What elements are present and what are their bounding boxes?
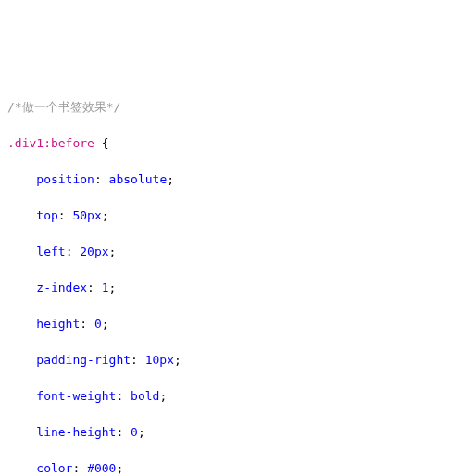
- decl-height: height: 0;: [7, 315, 467, 333]
- decl-padding-right: padding-right: 10px;: [7, 351, 467, 370]
- comment-line: /*做一个书签效果*/: [7, 98, 467, 117]
- decl-top: top: 50px;: [7, 207, 467, 225]
- decl-position: position: absolute;: [7, 170, 467, 189]
- decl-z-index: z-index: 1;: [7, 279, 467, 297]
- brace-open: {: [94, 136, 109, 150]
- decl-color: color: #000;: [7, 459, 467, 477]
- selector-line: .div1:before {: [7, 134, 467, 153]
- decl-line-height: line-height: 0;: [7, 423, 467, 442]
- code-block: /*做一个书签效果*/ .div1:before { position: abs…: [7, 80, 467, 476]
- selector: .div1:before: [7, 136, 94, 150]
- comment: /*做一个书签效果*/: [7, 100, 120, 114]
- decl-font-weight: font-weight: bold;: [7, 387, 467, 406]
- decl-left: left: 20px;: [7, 243, 467, 261]
